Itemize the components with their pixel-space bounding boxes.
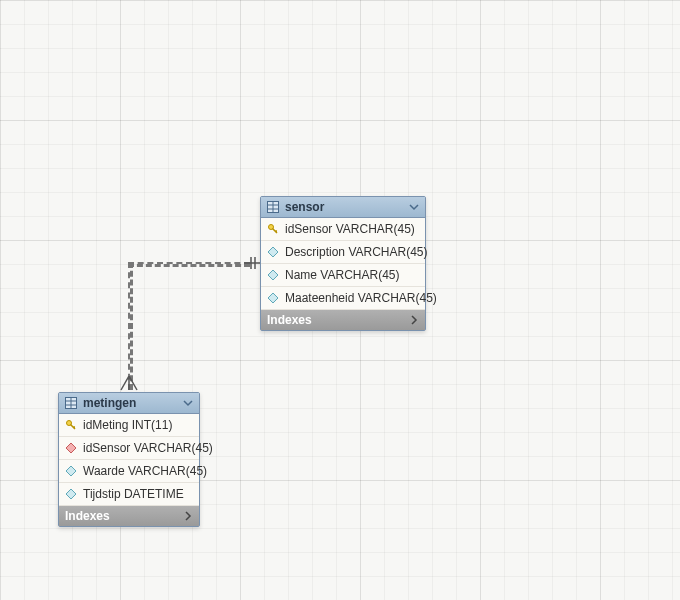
attr-diamond-icon <box>65 488 77 500</box>
column-label: Maateenheid VARCHAR(45) <box>285 291 437 305</box>
column-row[interactable]: idMeting INT(11) <box>59 414 199 437</box>
column-row[interactable]: idSensor VARCHAR(45) <box>261 218 425 241</box>
column-label: idSensor VARCHAR(45) <box>83 441 213 455</box>
column-label: Name VARCHAR(45) <box>285 268 399 282</box>
column-label: idSensor VARCHAR(45) <box>285 222 415 236</box>
chevron-right-icon <box>183 511 193 521</box>
column-row[interactable]: Tijdstip DATETIME <box>59 483 199 506</box>
entity-sensor[interactable]: sensor idSensor VARCHAR(45) Description … <box>260 196 426 331</box>
indexes-label: Indexes <box>267 313 409 327</box>
column-row[interactable]: Waarde VARCHAR(45) <box>59 460 199 483</box>
fk-diamond-icon <box>65 442 77 454</box>
relation-horizontal-segment <box>128 262 250 267</box>
column-label: Description VARCHAR(45) <box>285 245 428 259</box>
chevron-down-icon[interactable] <box>183 398 193 408</box>
column-row[interactable]: Description VARCHAR(45) <box>261 241 425 264</box>
entity-metingen[interactable]: metingen idMeting INT(11) idSensor VARCH… <box>58 392 200 527</box>
pk-key-icon <box>65 419 77 431</box>
indexes-label: Indexes <box>65 509 183 523</box>
crowfoot-many-icon <box>119 376 139 392</box>
table-icon <box>65 397 77 409</box>
indexes-section[interactable]: Indexes <box>261 310 425 330</box>
entity-metingen-title: metingen <box>83 396 183 410</box>
relation-vertical-segment <box>128 262 133 390</box>
cardinality-one-icon <box>244 255 260 271</box>
chevron-right-icon <box>409 315 419 325</box>
column-row[interactable]: Name VARCHAR(45) <box>261 264 425 287</box>
pk-key-icon <box>267 223 279 235</box>
entity-metingen-header[interactable]: metingen <box>59 393 199 414</box>
attr-diamond-icon <box>267 269 279 281</box>
column-label: idMeting INT(11) <box>83 418 172 432</box>
attr-diamond-icon <box>267 246 279 258</box>
column-row[interactable]: idSensor VARCHAR(45) <box>59 437 199 460</box>
chevron-down-icon[interactable] <box>409 202 419 212</box>
column-row[interactable]: Maateenheid VARCHAR(45) <box>261 287 425 310</box>
entity-sensor-title: sensor <box>285 200 409 214</box>
entity-sensor-header[interactable]: sensor <box>261 197 425 218</box>
column-label: Waarde VARCHAR(45) <box>83 464 207 478</box>
indexes-section[interactable]: Indexes <box>59 506 199 526</box>
attr-diamond-icon <box>65 465 77 477</box>
attr-diamond-icon <box>267 292 279 304</box>
table-icon <box>267 201 279 213</box>
column-label: Tijdstip DATETIME <box>83 487 184 501</box>
